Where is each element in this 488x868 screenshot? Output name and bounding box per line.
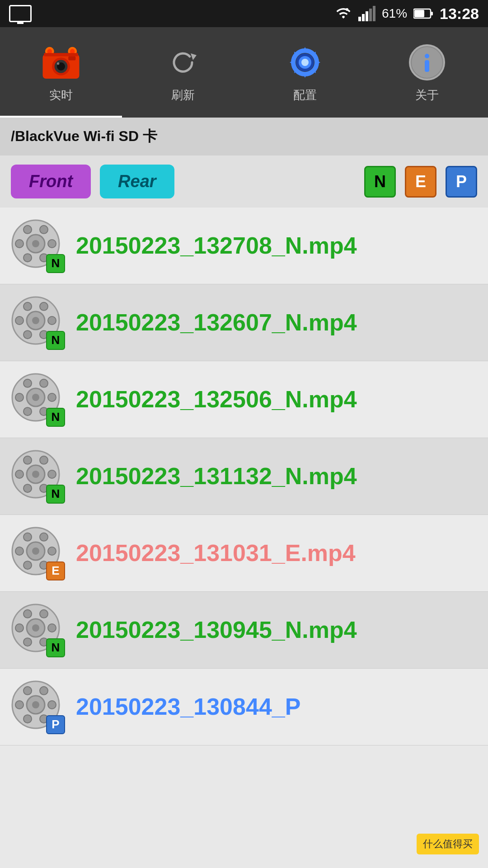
rear-filter-button[interactable]: Rear (100, 165, 174, 198)
svg-point-82 (23, 638, 32, 646)
svg-point-73 (23, 561, 32, 569)
file-type-badge: N (46, 485, 65, 504)
svg-point-55 (23, 407, 32, 415)
nav-item-about[interactable]: 关于 (366, 27, 488, 118)
file-type-badge: N (46, 408, 65, 427)
svg-point-38 (15, 240, 23, 248)
file-list: N20150223_132708_N.mp4N20150223_132607_N… (0, 208, 488, 745)
svg-marker-20 (191, 53, 197, 60)
svg-rect-7 (431, 12, 433, 15)
battery-icon (413, 8, 433, 19)
svg-point-58 (40, 379, 48, 387)
svg-point-80 (48, 624, 56, 632)
file-name: 20150223_132607_N.mp4 (76, 308, 357, 337)
nav-bar: 实时 刷新 (0, 27, 488, 118)
nav-label-about: 关于 (415, 87, 439, 103)
svg-point-66 (23, 456, 32, 464)
svg-rect-3 (366, 11, 368, 21)
svg-point-0 (346, 8, 348, 11)
refresh-icon (163, 42, 203, 83)
info-icon (407, 42, 447, 83)
svg-point-61 (32, 471, 39, 478)
svg-point-67 (40, 456, 48, 464)
file-name: 20150223_131132_N.mp4 (76, 462, 357, 491)
file-name: 20150223_132708_N.mp4 (76, 231, 357, 260)
svg-point-37 (23, 254, 32, 262)
svg-point-43 (32, 317, 39, 324)
nav-item-refresh[interactable]: 刷新 (122, 27, 244, 118)
svg-point-46 (23, 330, 32, 339)
file-type-badge: N (46, 638, 65, 657)
list-item[interactable]: N20150223_132607_N.mp4 (0, 284, 488, 361)
svg-point-26 (301, 59, 309, 66)
list-item[interactable]: N20150223_132506_N.mp4 (0, 361, 488, 438)
svg-point-93 (23, 686, 32, 694)
file-icon: N (11, 603, 65, 657)
svg-rect-19 (68, 56, 75, 60)
file-icon: N (11, 219, 65, 273)
file-icon: N (11, 449, 65, 504)
list-item[interactable]: N20150223_132708_N.mp4 (0, 208, 488, 284)
file-icon: N (11, 373, 65, 427)
n-filter-badge[interactable]: N (364, 166, 396, 198)
svg-point-76 (40, 533, 48, 541)
svg-point-47 (15, 316, 23, 325)
svg-rect-4 (369, 9, 372, 21)
nav-label-config: 配置 (293, 87, 317, 103)
gear-icon (285, 42, 325, 83)
svg-point-13 (57, 62, 59, 65)
file-icon: N (11, 296, 65, 350)
svg-point-89 (48, 701, 56, 709)
file-icon: P (11, 680, 65, 734)
status-time: 13:28 (440, 5, 479, 23)
svg-point-74 (15, 547, 23, 555)
svg-point-84 (23, 609, 32, 618)
nav-label-realtime: 实时 (49, 87, 73, 103)
signal-icon (358, 6, 375, 21)
file-name: 20150223_131031_E.mp4 (76, 538, 356, 568)
file-name: 20150223_132506_N.mp4 (76, 385, 357, 414)
list-item[interactable]: N20150223_131132_N.mp4 (0, 438, 488, 515)
svg-point-56 (15, 393, 23, 401)
svg-point-62 (48, 470, 56, 478)
svg-point-40 (40, 225, 48, 233)
svg-point-64 (23, 484, 32, 492)
svg-point-49 (40, 302, 48, 310)
svg-point-57 (23, 379, 32, 387)
svg-rect-2 (362, 14, 365, 21)
file-name: 20150223_130945_N.mp4 (76, 615, 357, 645)
watermark: 什么值得买 (417, 834, 479, 854)
camera-icon (41, 42, 81, 83)
svg-point-70 (32, 547, 39, 555)
file-type-badge: P (46, 715, 65, 734)
nav-item-config[interactable]: 配置 (244, 27, 366, 118)
nav-label-refresh: 刷新 (171, 87, 195, 103)
svg-point-39 (23, 225, 32, 233)
svg-point-29 (425, 54, 429, 58)
svg-point-75 (23, 533, 32, 541)
svg-point-53 (48, 393, 56, 401)
front-filter-button[interactable]: Front (11, 165, 91, 198)
status-bar: 61% 13:28 (0, 0, 488, 27)
svg-point-94 (40, 686, 48, 694)
nav-item-realtime[interactable]: 实时 (0, 27, 122, 118)
list-item[interactable]: E20150223_131031_E.mp4 (0, 515, 488, 592)
svg-point-79 (32, 624, 39, 632)
wifi-icon (335, 6, 352, 21)
svg-rect-1 (358, 17, 361, 21)
p-filter-badge[interactable]: P (446, 166, 477, 198)
file-type-badge: N (46, 331, 65, 350)
screen-icon (9, 5, 32, 22)
svg-rect-8 (414, 10, 424, 17)
svg-point-48 (23, 302, 32, 310)
svg-point-85 (40, 609, 48, 618)
e-filter-badge[interactable]: E (405, 166, 436, 198)
svg-point-91 (23, 715, 32, 723)
list-item[interactable]: N20150223_130945_N.mp4 (0, 592, 488, 669)
file-type-badge: N (46, 254, 65, 273)
svg-point-83 (15, 624, 23, 632)
svg-point-44 (48, 316, 56, 325)
list-item[interactable]: P20150223_130844_P (0, 669, 488, 745)
svg-point-52 (32, 394, 39, 401)
battery-percent: 61% (382, 6, 407, 21)
